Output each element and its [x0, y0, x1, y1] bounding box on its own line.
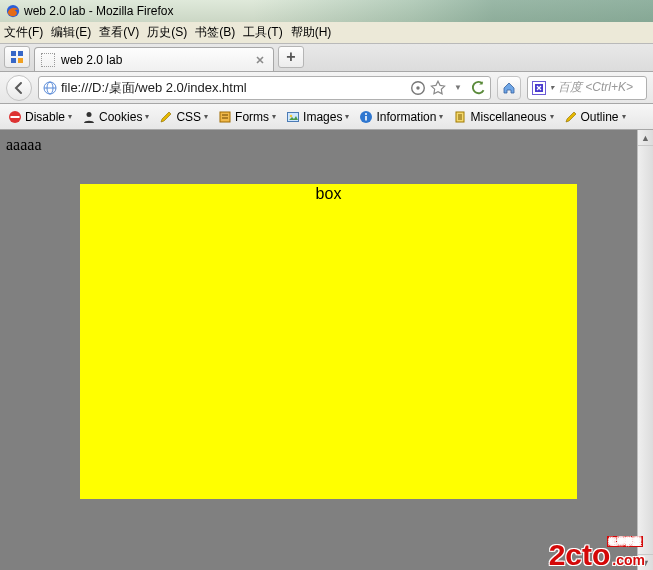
info-icon — [359, 110, 373, 124]
search-engine-icon — [532, 81, 546, 95]
new-tab-button[interactable]: + — [278, 46, 304, 68]
watermark-tld: .com — [612, 552, 645, 568]
feed-icon[interactable] — [410, 80, 426, 96]
document-icon — [453, 110, 467, 124]
plus-icon: + — [286, 48, 295, 66]
page-body-text: aaaaa — [6, 136, 42, 154]
vertical-scrollbar[interactable]: ▲ ▼ — [637, 130, 653, 570]
menu-tools[interactable]: 工具(T) — [243, 24, 282, 41]
svg-rect-20 — [366, 116, 368, 121]
background-bleed — [253, 0, 653, 22]
search-engine-dropdown-icon[interactable]: ▾ — [550, 83, 554, 92]
home-button[interactable] — [497, 76, 521, 100]
back-button[interactable] — [6, 75, 32, 101]
watermark-cn: 红果联盟 — [607, 536, 643, 547]
watermark: 红果联盟 2cto .com — [549, 538, 645, 570]
image-icon — [286, 110, 300, 124]
page-icon — [41, 53, 55, 67]
svg-point-9 — [416, 86, 419, 89]
menu-edit[interactable]: 编辑(E) — [51, 24, 91, 41]
dev-images[interactable]: Images▾ — [282, 110, 353, 124]
nav-bar: file:///D:/桌面/web 2.0/index.html ▼ ▾ 百度 … — [0, 72, 653, 104]
svg-point-18 — [290, 114, 293, 117]
dev-miscellaneous-label: Miscellaneous — [470, 110, 546, 124]
dev-cookies-label: Cookies — [99, 110, 142, 124]
watermark-main: 2cto — [549, 538, 611, 570]
tab-title: web 2.0 lab — [61, 53, 122, 67]
svg-rect-1 — [11, 51, 16, 56]
bookmark-star-icon[interactable] — [430, 80, 446, 96]
dev-forms[interactable]: Forms▾ — [214, 110, 280, 124]
svg-point-21 — [365, 113, 367, 115]
svg-point-13 — [87, 112, 92, 117]
dev-toolbar: Disable▾ Cookies▾ CSS▾ Forms▾ Images▾ In… — [0, 104, 653, 130]
dev-miscellaneous[interactable]: Miscellaneous▾ — [449, 110, 557, 124]
menu-help[interactable]: 帮助(H) — [291, 24, 332, 41]
window-title: web 2.0 lab - Mozilla Firefox — [24, 4, 173, 18]
yellow-box: box — [80, 184, 577, 499]
menu-file[interactable]: 文件(F) — [4, 24, 43, 41]
url-field[interactable]: file:///D:/桌面/web 2.0/index.html ▼ — [38, 76, 491, 100]
dev-forms-label: Forms — [235, 110, 269, 124]
globe-icon — [43, 81, 57, 95]
menu-bar: 文件(F) 编辑(E) 查看(V) 历史(S) 书签(B) 工具(T) 帮助(H… — [0, 22, 653, 44]
dev-information[interactable]: Information▾ — [355, 110, 447, 124]
dev-outline[interactable]: Outline▾ — [560, 110, 630, 124]
tab-close-icon[interactable] — [253, 53, 267, 67]
dev-outline-label: Outline — [581, 110, 619, 124]
search-field[interactable]: ▾ 百度 <Ctrl+K> — [527, 76, 647, 100]
content-viewport: aaaaa box ▲ ▼ 红果联盟 2cto .com — [0, 130, 653, 570]
svg-rect-2 — [18, 51, 23, 56]
tab-groups-button[interactable] — [4, 46, 30, 68]
menu-history[interactable]: 历史(S) — [147, 24, 187, 41]
dev-css-label: CSS — [176, 110, 201, 124]
firefox-icon — [6, 4, 20, 18]
person-icon — [82, 110, 96, 124]
svg-rect-14 — [220, 112, 230, 122]
svg-rect-4 — [18, 58, 23, 63]
svg-rect-3 — [11, 58, 16, 63]
pencil-icon — [159, 110, 173, 124]
svg-rect-12 — [11, 116, 20, 118]
no-entry-icon — [8, 110, 22, 124]
form-icon — [218, 110, 232, 124]
menu-bookmarks[interactable]: 书签(B) — [195, 24, 235, 41]
window-titlebar: web 2.0 lab - Mozilla Firefox — [0, 0, 653, 22]
tab-strip: web 2.0 lab + — [0, 44, 653, 72]
dev-disable[interactable]: Disable▾ — [4, 110, 76, 124]
reload-icon[interactable] — [470, 80, 486, 96]
url-dropdown-icon[interactable]: ▼ — [450, 80, 466, 96]
menu-view[interactable]: 查看(V) — [99, 24, 139, 41]
dev-disable-label: Disable — [25, 110, 65, 124]
url-text: file:///D:/桌面/web 2.0/index.html — [61, 79, 406, 97]
pencil-icon — [564, 110, 578, 124]
svg-rect-17 — [288, 112, 299, 121]
search-placeholder: 百度 <Ctrl+K> — [558, 79, 633, 96]
box-label: box — [316, 185, 342, 202]
dev-cookies[interactable]: Cookies▾ — [78, 110, 153, 124]
dev-css[interactable]: CSS▾ — [155, 110, 212, 124]
dev-images-label: Images — [303, 110, 342, 124]
scroll-up-icon[interactable]: ▲ — [638, 130, 653, 146]
tab-active[interactable]: web 2.0 lab — [34, 47, 274, 71]
dev-information-label: Information — [376, 110, 436, 124]
